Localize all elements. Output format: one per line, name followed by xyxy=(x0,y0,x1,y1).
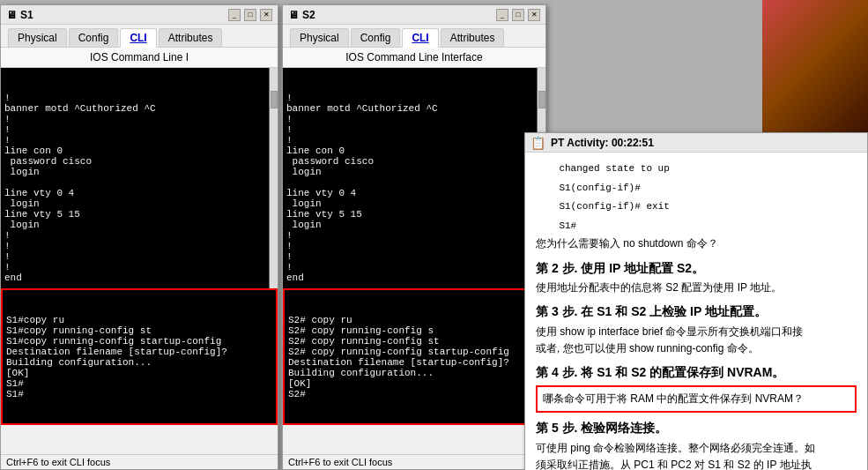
s2-minimize-button[interactable]: _ xyxy=(496,9,508,21)
s2-window: 🖥 S2 _ □ ✕ Physical Config CLI Attribute… xyxy=(282,4,546,470)
s2-cli-label: IOS Command Line Interface xyxy=(345,51,482,63)
s2-scrollbar-thumb[interactable] xyxy=(538,91,545,108)
s1-controls: _ □ ✕ xyxy=(228,9,272,21)
s1-footer: Ctrl+F6 to exit CLI focus xyxy=(1,454,278,469)
s2-title: 🖥 S2 xyxy=(288,9,315,21)
s2-close-button[interactable]: ✕ xyxy=(528,9,540,21)
s2-cli-upper-text: ! banner motd ^Cuthorized ^C ! ! ! line … xyxy=(286,93,542,283)
s2-footer-text: Ctrl+F6 to exit CLI focus xyxy=(288,457,392,467)
pt-step2-heading-text: 第 2 步. 使用 IP 地址配置 S2。 xyxy=(536,261,704,275)
pt-code-line-4: S1# xyxy=(536,217,857,236)
pt-step2-text-content: 使用地址分配表中的信息将 S2 配置为使用 IP 地址。 xyxy=(536,281,782,294)
s1-tabs-bar: Physical Config CLI Attributes xyxy=(1,25,278,48)
s1-title: 🖥 S1 xyxy=(6,9,33,21)
s2-footer: Ctrl+F6 to exit CLI focus xyxy=(283,454,545,469)
s1-maximize-button[interactable]: □ xyxy=(244,9,256,21)
s1-tab-config[interactable]: Config xyxy=(69,28,119,47)
pt-code-line-3: S1(config-if)# exit xyxy=(536,198,857,217)
pt-question-text: 您为什么需要输入 no shutdown 命令？ xyxy=(536,237,718,250)
pt-step3-text-content: 使用 show ip interface brief 命令显示所有交换机端口和接… xyxy=(536,325,803,354)
s1-cli-header: IOS Command Line I xyxy=(1,48,278,68)
s2-tab-attributes[interactable]: Attributes xyxy=(441,28,505,47)
pt-step3-heading: 第 3 步. 在 S1 和 S2 上检验 IP 地址配置。 xyxy=(536,302,857,321)
s2-tab-config[interactable]: Config xyxy=(351,28,401,47)
s2-tab-cli[interactable]: CLI xyxy=(402,28,438,48)
pt-content: changed state to up S1(config-if)# S1(co… xyxy=(525,153,867,470)
pt-question: 您为什么需要输入 no shutdown 命令？ xyxy=(536,235,857,252)
s1-window: 🖥 S1 _ □ ✕ Physical Config CLI Attribute… xyxy=(0,4,278,470)
s1-close-button[interactable]: ✕ xyxy=(260,9,272,21)
s1-cli-lower-text: S1#copy ru S1#copy running-config st S1#… xyxy=(6,315,272,399)
pt-code-text-4: S1# xyxy=(559,220,576,231)
pt-step5-heading-text: 第 5 步. 检验网络连接。 xyxy=(536,421,667,435)
pt-step4-heading: 第 4 步. 将 S1 和 S2 的配置保存到 NVRAM。 xyxy=(536,362,857,382)
pt-step5-text-content: 可使用 ping 命令检验网络连接。整个网络必须完全连通。如 须采取纠正措施。从… xyxy=(536,442,815,470)
s2-cli-lower-text: S2# copy ru S2# copy running-config s S2… xyxy=(288,315,540,399)
s2-controls: _ □ ✕ xyxy=(496,9,540,21)
pt-code-text-1: changed state to up xyxy=(559,163,669,174)
pt-code-line-1: changed state to up xyxy=(536,160,857,179)
pt-step3-heading-text: 第 3 步. 在 S1 和 S2 上检验 IP 地址配置。 xyxy=(536,304,767,318)
pt-titlebar: 📋 PT Activity: 00:22:51 xyxy=(525,133,867,153)
s1-cli-label: IOS Command Line I xyxy=(90,51,189,63)
pt-code-text-2: S1(config-if)# xyxy=(559,183,640,193)
pt-step5-text: 可使用 ping 命令检验网络连接。整个网络必须完全连通。如 须采取纠正措施。从… xyxy=(536,440,857,470)
s2-cli-upper[interactable]: ! banner motd ^Cuthorized ^C ! ! ! line … xyxy=(283,68,545,288)
s1-cli-upper[interactable]: ! banner motd ^Cuthorized ^C ! ! ! line … xyxy=(1,68,278,288)
pt-icon: 📋 xyxy=(530,136,545,150)
pt-title-text: PT Activity: 00:22:51 xyxy=(551,137,654,149)
s1-tab-physical[interactable]: Physical xyxy=(8,28,67,47)
s1-titlebar: 🖥 S1 _ □ ✕ xyxy=(1,5,278,25)
s1-cli-lower[interactable]: S1#copy ru S1#copy running-config st S1#… xyxy=(1,288,278,425)
s1-tab-attributes[interactable]: Attributes xyxy=(159,28,223,47)
pt-step2-heading: 第 2 步. 使用 IP 地址配置 S2。 xyxy=(536,258,857,278)
s1-scrollbar[interactable] xyxy=(269,68,278,288)
s1-icon: 🖥 xyxy=(6,9,17,21)
s2-cli-header: IOS Command Line Interface xyxy=(283,48,545,68)
pt-step3-text: 使用 show ip interface brief 命令显示所有交换机端口和接… xyxy=(536,324,857,357)
pt-step4-boxed-text: 哪条命令可用于将 RAM 中的配置文件保存到 NVRAM？ xyxy=(543,392,804,405)
s2-icon: 🖥 xyxy=(288,9,299,21)
pt-step4-heading-text: 第 4 步. 将 S1 和 S2 的配置保存到 NVRAM。 xyxy=(536,365,784,379)
s2-title-text: S2 xyxy=(302,9,315,21)
s1-footer-text: Ctrl+F6 to exit CLI focus xyxy=(6,457,110,467)
s2-cli-lower[interactable]: S2# copy ru S2# copy running-config s S2… xyxy=(283,288,545,425)
pt-activity-window: 📋 PT Activity: 00:22:51 changed state to… xyxy=(524,132,868,470)
s2-maximize-button[interactable]: □ xyxy=(512,9,524,21)
s1-scrollbar-thumb[interactable] xyxy=(271,91,278,108)
s1-title-text: S1 xyxy=(20,9,33,21)
s2-titlebar: 🖥 S2 _ □ ✕ xyxy=(283,5,545,25)
pt-step2-text: 使用地址分配表中的信息将 S2 配置为使用 IP 地址。 xyxy=(536,280,857,296)
s1-minimize-button[interactable]: _ xyxy=(228,9,241,21)
pt-code-line-2: S1(config-if)# xyxy=(536,179,857,198)
pt-step5-heading: 第 5 步. 检验网络连接。 xyxy=(536,418,857,437)
pt-step4-boxed: 哪条命令可用于将 RAM 中的配置文件保存到 NVRAM？ xyxy=(536,385,857,413)
s2-tab-physical[interactable]: Physical xyxy=(290,28,349,47)
s1-tab-cli[interactable]: CLI xyxy=(120,28,156,48)
s2-tabs-bar: Physical Config CLI Attributes xyxy=(283,25,545,48)
s1-cli-upper-text: ! banner motd ^Cuthorized ^C ! ! ! line … xyxy=(4,93,274,283)
pt-code-text-3: S1(config-if)# exit xyxy=(559,201,669,212)
